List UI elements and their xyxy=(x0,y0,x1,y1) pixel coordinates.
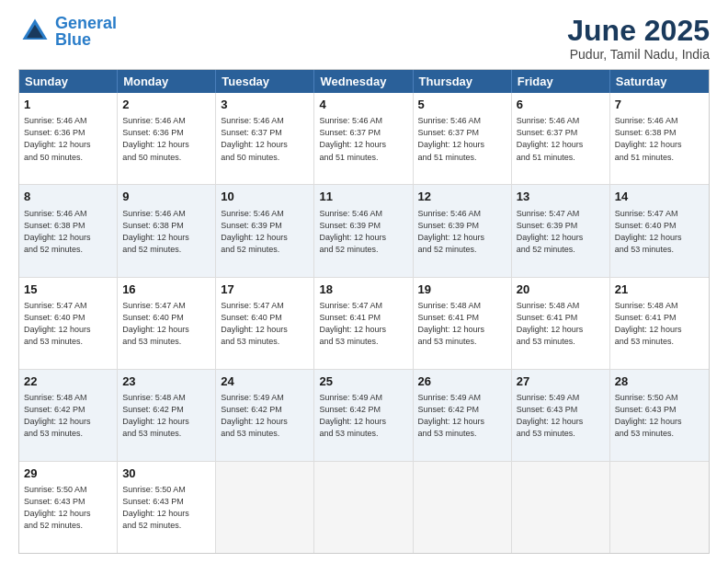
day-cell-21: 21Sunrise: 5:48 AM Sunset: 6:41 PM Dayli… xyxy=(610,278,709,369)
empty-cell xyxy=(314,462,413,553)
day-info: Sunrise: 5:47 AM Sunset: 6:41 PM Dayligh… xyxy=(319,300,407,348)
logo-text: General Blue xyxy=(55,15,117,48)
day-cell-7: 7Sunrise: 5:46 AM Sunset: 6:38 PM Daylig… xyxy=(610,93,709,184)
day-info: Sunrise: 5:48 AM Sunset: 6:42 PM Dayligh… xyxy=(24,392,112,440)
day-number: 10 xyxy=(221,189,309,205)
day-number: 28 xyxy=(615,373,704,390)
calendar: SundayMondayTuesdayWednesdayThursdayFrid… xyxy=(18,69,710,554)
day-info: Sunrise: 5:47 AM Sunset: 6:40 PM Dayligh… xyxy=(221,300,309,348)
day-number: 11 xyxy=(319,189,407,205)
day-cell-24: 24Sunrise: 5:49 AM Sunset: 6:42 PM Dayli… xyxy=(216,370,314,461)
day-number: 18 xyxy=(319,282,407,298)
day-number: 14 xyxy=(615,189,704,205)
day-info: Sunrise: 5:46 AM Sunset: 6:37 PM Dayligh… xyxy=(319,115,407,163)
day-number: 16 xyxy=(122,282,210,298)
empty-cell xyxy=(512,462,610,553)
day-cell-25: 25Sunrise: 5:49 AM Sunset: 6:42 PM Dayli… xyxy=(314,370,413,461)
day-number: 29 xyxy=(24,465,112,482)
day-info: Sunrise: 5:46 AM Sunset: 6:39 PM Dayligh… xyxy=(319,208,407,256)
calendar-header-wednesday: Wednesday xyxy=(314,70,413,93)
calendar-header-friday: Friday xyxy=(512,70,610,93)
day-info: Sunrise: 5:48 AM Sunset: 6:42 PM Dayligh… xyxy=(122,392,210,440)
day-number: 21 xyxy=(615,282,704,298)
day-info: Sunrise: 5:50 AM Sunset: 6:43 PM Dayligh… xyxy=(615,392,704,440)
day-number: 1 xyxy=(24,97,112,113)
calendar-header-monday: Monday xyxy=(118,70,216,93)
day-info: Sunrise: 5:46 AM Sunset: 6:37 PM Dayligh… xyxy=(418,115,506,163)
calendar-row: 22Sunrise: 5:48 AM Sunset: 6:42 PM Dayli… xyxy=(19,370,709,462)
day-cell-12: 12Sunrise: 5:46 AM Sunset: 6:39 PM Dayli… xyxy=(414,185,512,276)
day-info: Sunrise: 5:48 AM Sunset: 6:41 PM Dayligh… xyxy=(517,300,605,348)
day-cell-11: 11Sunrise: 5:46 AM Sunset: 6:39 PM Dayli… xyxy=(314,185,413,276)
day-cell-14: 14Sunrise: 5:47 AM Sunset: 6:40 PM Dayli… xyxy=(610,185,709,276)
day-number: 4 xyxy=(319,97,407,113)
title-block: June 2025 Pudur, Tamil Nadu, India xyxy=(567,15,710,62)
logo-general: General xyxy=(55,14,117,32)
day-info: Sunrise: 5:50 AM Sunset: 6:43 PM Dayligh… xyxy=(122,484,210,532)
day-info: Sunrise: 5:46 AM Sunset: 6:38 PM Dayligh… xyxy=(615,115,704,163)
day-cell-27: 27Sunrise: 5:49 AM Sunset: 6:43 PM Dayli… xyxy=(512,370,610,461)
day-number: 2 xyxy=(122,97,210,113)
day-number: 30 xyxy=(122,465,210,482)
day-number: 24 xyxy=(221,373,309,390)
day-info: Sunrise: 5:46 AM Sunset: 6:37 PM Dayligh… xyxy=(221,115,309,163)
day-cell-17: 17Sunrise: 5:47 AM Sunset: 6:40 PM Dayli… xyxy=(216,278,314,369)
calendar-header-tuesday: Tuesday xyxy=(216,70,314,93)
day-cell-5: 5Sunrise: 5:46 AM Sunset: 6:37 PM Daylig… xyxy=(414,93,512,184)
day-number: 22 xyxy=(24,373,112,390)
day-cell-20: 20Sunrise: 5:48 AM Sunset: 6:41 PM Dayli… xyxy=(512,278,610,369)
day-info: Sunrise: 5:47 AM Sunset: 6:40 PM Dayligh… xyxy=(615,208,704,256)
day-info: Sunrise: 5:46 AM Sunset: 6:39 PM Dayligh… xyxy=(221,208,309,256)
day-cell-15: 15Sunrise: 5:47 AM Sunset: 6:40 PM Dayli… xyxy=(19,278,118,369)
day-info: Sunrise: 5:46 AM Sunset: 6:36 PM Dayligh… xyxy=(24,115,112,163)
logo: General Blue xyxy=(18,15,117,48)
day-info: Sunrise: 5:49 AM Sunset: 6:42 PM Dayligh… xyxy=(221,392,309,440)
day-number: 5 xyxy=(418,97,506,113)
day-cell-3: 3Sunrise: 5:46 AM Sunset: 6:37 PM Daylig… xyxy=(216,93,314,184)
calendar-header-sunday: Sunday xyxy=(19,70,118,93)
day-info: Sunrise: 5:49 AM Sunset: 6:42 PM Dayligh… xyxy=(418,392,506,440)
day-number: 12 xyxy=(418,189,506,205)
day-info: Sunrise: 5:50 AM Sunset: 6:43 PM Dayligh… xyxy=(24,484,112,532)
calendar-row: 29Sunrise: 5:50 AM Sunset: 6:43 PM Dayli… xyxy=(19,462,709,553)
day-cell-13: 13Sunrise: 5:47 AM Sunset: 6:39 PM Dayli… xyxy=(512,185,610,276)
day-number: 3 xyxy=(221,97,309,113)
day-number: 6 xyxy=(517,97,605,113)
day-info: Sunrise: 5:47 AM Sunset: 6:40 PM Dayligh… xyxy=(122,300,210,348)
day-cell-4: 4Sunrise: 5:46 AM Sunset: 6:37 PM Daylig… xyxy=(314,93,413,184)
day-cell-28: 28Sunrise: 5:50 AM Sunset: 6:43 PM Dayli… xyxy=(610,370,709,461)
day-number: 20 xyxy=(517,282,605,298)
day-cell-1: 1Sunrise: 5:46 AM Sunset: 6:36 PM Daylig… xyxy=(19,93,118,184)
day-number: 17 xyxy=(221,282,309,298)
empty-cell xyxy=(414,462,512,553)
day-cell-26: 26Sunrise: 5:49 AM Sunset: 6:42 PM Dayli… xyxy=(414,370,512,461)
day-cell-29: 29Sunrise: 5:50 AM Sunset: 6:43 PM Dayli… xyxy=(19,462,118,553)
calendar-header-thursday: Thursday xyxy=(414,70,512,93)
day-number: 23 xyxy=(122,373,210,390)
calendar-body: 1Sunrise: 5:46 AM Sunset: 6:36 PM Daylig… xyxy=(19,93,709,553)
day-info: Sunrise: 5:46 AM Sunset: 6:36 PM Dayligh… xyxy=(122,115,210,163)
calendar-row: 1Sunrise: 5:46 AM Sunset: 6:36 PM Daylig… xyxy=(19,93,709,185)
day-cell-22: 22Sunrise: 5:48 AM Sunset: 6:42 PM Dayli… xyxy=(19,370,118,461)
day-cell-10: 10Sunrise: 5:46 AM Sunset: 6:39 PM Dayli… xyxy=(216,185,314,276)
day-number: 25 xyxy=(319,373,407,390)
calendar-row: 8Sunrise: 5:46 AM Sunset: 6:38 PM Daylig… xyxy=(19,185,709,277)
day-cell-16: 16Sunrise: 5:47 AM Sunset: 6:40 PM Dayli… xyxy=(118,278,216,369)
day-number: 7 xyxy=(615,97,704,113)
day-number: 15 xyxy=(24,282,112,298)
day-cell-23: 23Sunrise: 5:48 AM Sunset: 6:42 PM Dayli… xyxy=(118,370,216,461)
day-cell-9: 9Sunrise: 5:46 AM Sunset: 6:38 PM Daylig… xyxy=(118,185,216,276)
day-info: Sunrise: 5:47 AM Sunset: 6:39 PM Dayligh… xyxy=(517,208,605,256)
day-cell-8: 8Sunrise: 5:46 AM Sunset: 6:38 PM Daylig… xyxy=(19,185,118,276)
day-info: Sunrise: 5:49 AM Sunset: 6:43 PM Dayligh… xyxy=(517,392,605,440)
empty-cell xyxy=(610,462,709,553)
page: General Blue June 2025 Pudur, Tamil Nadu… xyxy=(0,0,728,563)
day-info: Sunrise: 5:46 AM Sunset: 6:37 PM Dayligh… xyxy=(517,115,605,163)
day-info: Sunrise: 5:49 AM Sunset: 6:42 PM Dayligh… xyxy=(319,392,407,440)
day-info: Sunrise: 5:48 AM Sunset: 6:41 PM Dayligh… xyxy=(615,300,704,348)
month-title: June 2025 xyxy=(567,15,710,47)
empty-cell xyxy=(216,462,314,553)
location: Pudur, Tamil Nadu, India xyxy=(567,47,710,62)
day-info: Sunrise: 5:47 AM Sunset: 6:40 PM Dayligh… xyxy=(24,300,112,348)
day-info: Sunrise: 5:48 AM Sunset: 6:41 PM Dayligh… xyxy=(418,300,506,348)
